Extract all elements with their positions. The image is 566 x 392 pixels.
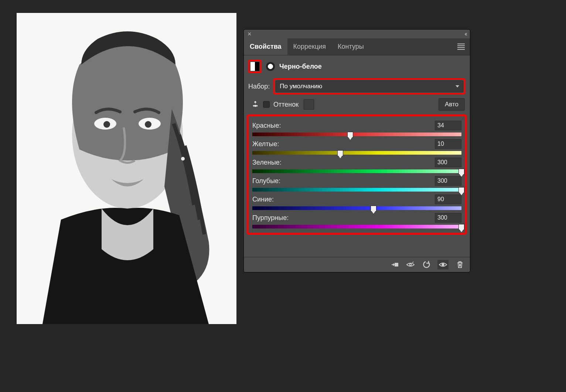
- auto-button[interactable]: Авто: [439, 98, 465, 111]
- slider-thumb[interactable]: [347, 132, 353, 138]
- slider-value-input[interactable]: [435, 195, 461, 204]
- slider-label: Желтые:: [252, 140, 279, 148]
- slider-3: Голубые:: [251, 174, 463, 192]
- slider-value-input[interactable]: [435, 121, 461, 130]
- slider-label: Пурпурные:: [252, 214, 289, 222]
- svg-point-7: [255, 105, 256, 107]
- panel-footer: [244, 257, 470, 272]
- slider-label: Голубые:: [252, 177, 280, 185]
- slider-label: Синие:: [252, 196, 274, 203]
- highlight-sliders: Красные:Желтые:Зеленые:Голубые:Синие:Пур…: [247, 114, 467, 235]
- slider-track[interactable]: [252, 133, 461, 136]
- slider-thumb[interactable]: [371, 206, 376, 212]
- black-white-icon: [250, 62, 259, 71]
- svg-point-10: [442, 264, 444, 266]
- clip-to-layer-icon[interactable]: [391, 261, 399, 269]
- targeted-adjustment-icon[interactable]: [251, 100, 259, 109]
- slider-value-input[interactable]: [435, 139, 461, 149]
- slider-label: Зеленые:: [252, 159, 282, 166]
- delete-icon[interactable]: [456, 261, 464, 269]
- visibility-icon[interactable]: [437, 260, 449, 269]
- adjustment-title: Черно-белое: [279, 63, 322, 71]
- preset-label: Набор:: [248, 83, 270, 90]
- panel-menu-icon[interactable]: [452, 38, 470, 55]
- preset-value: По умолчанию: [280, 83, 322, 90]
- slider-track[interactable]: [252, 188, 461, 192]
- slider-thumb[interactable]: [458, 187, 464, 193]
- highlight-adjustment-icon: [248, 60, 262, 73]
- slider-thumb[interactable]: [458, 224, 464, 230]
- close-icon[interactable]: ×: [248, 30, 252, 38]
- slider-track[interactable]: [252, 151, 461, 155]
- layer-mask-icon[interactable]: [266, 62, 275, 71]
- collapse-icon[interactable]: ‹‹: [464, 31, 466, 37]
- tint-color-swatch[interactable]: [304, 99, 314, 110]
- svg-point-4: [103, 121, 110, 128]
- slider-value-input[interactable]: [435, 213, 461, 223]
- slider-4: Синие:: [251, 192, 463, 211]
- highlight-preset: По умолчанию: [273, 78, 466, 94]
- slider-5: Пурпурные:: [251, 211, 463, 229]
- slider-thumb[interactable]: [337, 150, 343, 156]
- tint-label: Оттенок: [273, 101, 299, 109]
- slider-1: Желтые:: [251, 137, 463, 155]
- slider-thumb[interactable]: [458, 169, 464, 175]
- view-previous-icon[interactable]: [406, 261, 415, 269]
- svg-point-5: [145, 121, 151, 128]
- canvas-image: [17, 13, 236, 324]
- svg-point-9: [409, 264, 411, 265]
- slider-2: Зеленые:: [251, 155, 463, 174]
- slider-label: Красные:: [252, 122, 281, 130]
- tint-checkbox[interactable]: [263, 101, 270, 108]
- svg-point-6: [181, 157, 185, 161]
- slider-value-input[interactable]: [435, 158, 461, 167]
- slider-track[interactable]: [252, 206, 461, 210]
- slider-track[interactable]: [252, 225, 461, 228]
- panel-tabs: Свойства Коррекция Контуры: [244, 38, 470, 55]
- slider-0: Красные:: [251, 118, 463, 137]
- slider-value-input[interactable]: [435, 176, 461, 186]
- reset-icon[interactable]: [422, 261, 430, 269]
- tab-paths[interactable]: Контуры: [332, 38, 370, 55]
- tab-properties[interactable]: Свойства: [244, 38, 287, 55]
- tab-adjustments[interactable]: Коррекция: [287, 38, 332, 55]
- svg-rect-8: [395, 263, 398, 267]
- slider-track[interactable]: [252, 169, 461, 173]
- properties-panel: × ‹‹ Свойства Коррекция Контуры Черно-бе…: [244, 30, 470, 272]
- preset-dropdown[interactable]: По умолчанию: [276, 80, 463, 92]
